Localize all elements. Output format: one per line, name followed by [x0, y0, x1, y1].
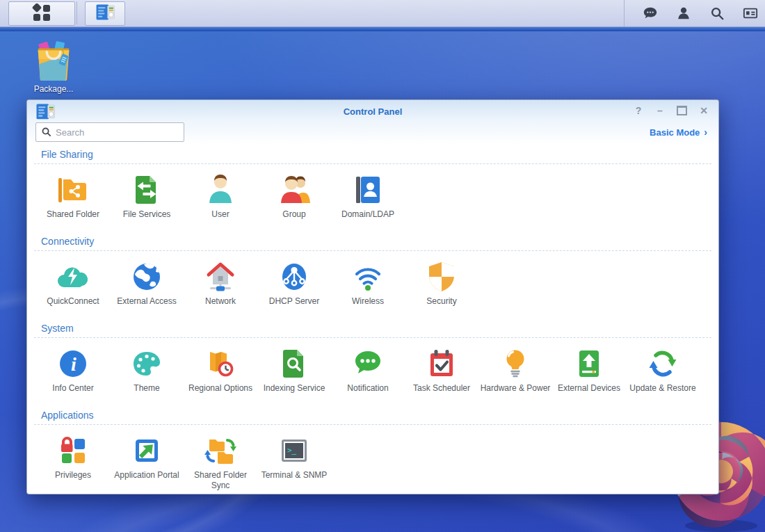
cp-section: File SharingShared FolderFile ServicesUs… — [27, 145, 718, 232]
taskbar-separator — [76, 1, 77, 24]
cp-item-indexing-service[interactable]: Indexing Service — [257, 346, 331, 404]
cp-item-label: Shared Folder Sync — [184, 470, 257, 491]
user-icon[interactable] — [676, 6, 691, 21]
maximize-button[interactable] — [677, 106, 687, 115]
cp-item-dhcp-server[interactable]: DHCP Server — [257, 259, 331, 317]
minimize-button[interactable]: – — [655, 105, 665, 116]
external-access-icon — [129, 259, 165, 295]
cp-item-hardware-power[interactable]: Hardware & Power — [478, 346, 552, 404]
theme-icon — [129, 346, 165, 382]
svg-text:>_: >_ — [287, 446, 297, 455]
basic-mode-link[interactable]: Basic Mode› — [650, 127, 707, 138]
cp-item-label: Theme — [110, 383, 184, 404]
cp-item-shared-folder[interactable]: Shared Folder — [36, 172, 110, 230]
desktop-icon-package-center[interactable]: Package... — [29, 40, 78, 94]
help-button[interactable]: ? — [634, 105, 643, 116]
taskbar-control-panel-button[interactable] — [85, 1, 125, 26]
cp-item-application-portal[interactable]: Application Portal — [110, 433, 184, 491]
cp-item-label: Indexing Service — [257, 383, 331, 404]
shared-folder-sync-icon — [202, 433, 239, 469]
cp-item-label: Application Portal — [110, 470, 184, 491]
cp-item-theme[interactable]: Theme — [110, 346, 184, 404]
regional-options-icon — [202, 346, 239, 382]
cp-item-label: DHCP Server — [257, 296, 331, 317]
control-panel-icon — [96, 4, 115, 23]
cp-item-notification[interactable]: Notification — [331, 346, 405, 404]
update-restore-icon — [645, 346, 681, 382]
notification-icon — [350, 346, 386, 382]
cp-item-domain-ldap[interactable]: Domain/LDAP — [331, 172, 405, 230]
cp-item-regional-options[interactable]: Regional Options — [184, 346, 257, 404]
section-items: PrivilegesApplication PortalShared Folde… — [27, 425, 718, 492]
cp-item-shared-folder-sync[interactable]: Shared Folder Sync — [184, 433, 257, 491]
desktop: Package... — [0, 0, 765, 532]
chat-icon[interactable] — [643, 6, 658, 21]
cp-section: SystemiInfo CenterThemeRegional OptionsI… — [27, 319, 718, 405]
close-button[interactable]: ✕ — [699, 105, 709, 116]
cp-section: ApplicationsPrivilegesApplication Portal… — [27, 405, 718, 492]
cp-item-label: Terminal & SNMP — [257, 470, 331, 491]
terminal-snmp-icon: >_ — [276, 433, 312, 469]
cp-section: ConnectivityQuickConnectExternal AccessN… — [27, 232, 718, 319]
dhcp-server-icon — [276, 259, 312, 295]
cp-item-security[interactable]: Security — [405, 259, 478, 317]
taskbar-accent-strip — [0, 27, 765, 31]
taskbar-tray — [624, 0, 758, 26]
cp-item-task-scheduler[interactable]: Task Scheduler — [405, 346, 478, 404]
info-center-icon: i — [55, 346, 91, 382]
control-panel-body: File SharingShared FolderFile ServicesUs… — [27, 145, 718, 492]
cp-item-quickconnect[interactable]: QuickConnect — [36, 259, 110, 317]
hardware-power-icon — [497, 346, 533, 382]
file-services-icon — [129, 172, 165, 208]
cp-item-label: Group — [257, 209, 331, 230]
section-items: Shared FolderFile ServicesUserGroupDomai… — [27, 164, 718, 232]
shared-folder-icon — [55, 172, 91, 208]
cp-item-user[interactable]: User — [184, 172, 257, 230]
cp-item-update-restore[interactable]: Update & Restore — [626, 346, 700, 404]
svg-text:i: i — [71, 353, 76, 375]
quickconnect-icon — [55, 259, 91, 295]
cp-item-label: Update & Restore — [626, 383, 700, 404]
chevron-right-icon: › — [704, 127, 707, 138]
cp-item-label: Notification — [331, 383, 405, 404]
search-icon — [41, 127, 51, 137]
cp-item-label: Regional Options — [184, 383, 257, 404]
section-header: File Sharing — [27, 145, 718, 163]
cp-item-label: Domain/LDAP — [331, 209, 405, 230]
package-center-icon — [29, 40, 78, 82]
cp-item-label: QuickConnect — [36, 296, 110, 317]
network-icon — [202, 259, 239, 295]
search-icon[interactable] — [709, 6, 725, 21]
main-menu-icon — [32, 3, 51, 24]
widgets-icon[interactable] — [743, 6, 758, 21]
cp-item-label: Network — [184, 296, 257, 317]
cp-item-network[interactable]: Network — [184, 259, 257, 317]
cp-item-label: Info Center — [36, 383, 110, 404]
wireless-icon — [350, 259, 386, 295]
privileges-icon — [55, 433, 91, 469]
cp-item-file-services[interactable]: File Services — [110, 172, 184, 230]
domain-ldap-icon — [350, 172, 386, 208]
security-icon — [424, 259, 460, 295]
external-devices-icon — [571, 346, 607, 382]
cp-item-external-devices[interactable]: External Devices — [552, 346, 626, 404]
cp-item-label: Privileges — [36, 470, 110, 491]
window-title: Control Panel — [27, 106, 718, 117]
cp-item-label: External Devices — [552, 383, 626, 404]
main-menu-button[interactable] — [8, 1, 75, 26]
cp-item-terminal-snmp[interactable]: >_Terminal & SNMP — [257, 433, 331, 491]
cp-item-external-access[interactable]: External Access — [110, 259, 184, 317]
cp-item-label: Task Scheduler — [405, 383, 478, 404]
cp-item-group[interactable]: Group — [257, 172, 331, 230]
cp-item-label: User — [184, 209, 257, 230]
control-panel-window: Control Panel ? – ✕ Basic Mode› File Sha… — [26, 99, 719, 494]
cp-item-info-center[interactable]: iInfo Center — [36, 346, 110, 404]
cp-item-wireless[interactable]: Wireless — [331, 259, 405, 317]
cp-item-label: Security — [405, 296, 478, 317]
cp-item-privileges[interactable]: Privileges — [36, 433, 110, 491]
search-box — [35, 122, 184, 142]
search-input[interactable] — [54, 124, 182, 140]
window-controls: ? – ✕ — [634, 105, 709, 116]
cp-item-label: Hardware & Power — [478, 383, 552, 404]
cp-item-label: Shared Folder — [36, 209, 110, 230]
